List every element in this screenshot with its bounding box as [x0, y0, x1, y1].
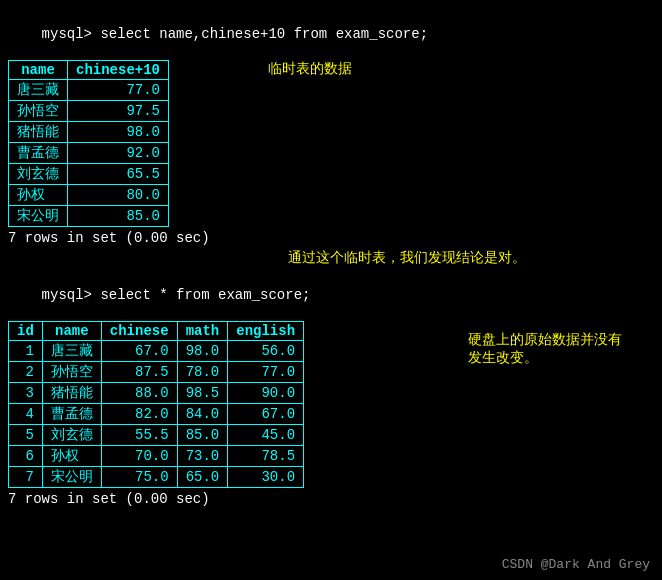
table2-col-name: name — [42, 322, 101, 341]
table-cell: 80.0 — [68, 185, 169, 206]
table-cell: 55.5 — [101, 425, 177, 446]
prompt-1: mysql> — [42, 26, 101, 42]
query-text-1: select name,chinese+10 from exam_score; — [100, 26, 428, 42]
annotation-conclusion: 通过这个临时表，我们发现结论是对。 — [288, 249, 526, 267]
table-cell: 67.0 — [101, 341, 177, 362]
table-cell: 4 — [9, 404, 43, 425]
query-text-2: select * from exam_score; — [100, 287, 310, 303]
table-cell: 88.0 — [101, 383, 177, 404]
rows-info-2: 7 rows in set (0.00 sec) — [8, 491, 654, 507]
table-row: 孙权80.0 — [9, 185, 169, 206]
table2-wrapper: id name chinese math english 1唐三藏67.098.… — [8, 321, 654, 488]
table-cell: 唐三藏 — [9, 80, 68, 101]
table-cell: 5 — [9, 425, 43, 446]
table-row: 孙悟空97.5 — [9, 101, 169, 122]
table-cell: 67.0 — [228, 404, 304, 425]
table1-wrapper: name chinese+10 唐三藏77.0孙悟空97.5猪悟能98.0曹孟德… — [8, 60, 654, 227]
table-cell: 唐三藏 — [42, 341, 101, 362]
table-cell: 82.0 — [101, 404, 177, 425]
table-cell: 猪悟能 — [9, 122, 68, 143]
table-cell: 曹孟德 — [9, 143, 68, 164]
table-cell: 45.0 — [228, 425, 304, 446]
table2-header-row: id name chinese math english — [9, 322, 304, 341]
result-table-2: id name chinese math english 1唐三藏67.098.… — [8, 321, 304, 488]
table-cell: 孙权 — [9, 185, 68, 206]
table-row: 3猪悟能88.098.590.0 — [9, 383, 304, 404]
table-cell: 刘玄德 — [9, 164, 68, 185]
table-cell: 7 — [9, 467, 43, 488]
table1-col-chinese10: chinese+10 — [68, 61, 169, 80]
table-cell: 曹孟德 — [42, 404, 101, 425]
table-cell: 孙悟空 — [9, 101, 68, 122]
table-cell: 56.0 — [228, 341, 304, 362]
rows-info-1: 7 rows in set (0.00 sec) — [8, 230, 654, 246]
prompt-2: mysql> — [42, 287, 101, 303]
table-row: 1唐三藏67.098.056.0 — [9, 341, 304, 362]
table-row: 刘玄德65.5 — [9, 164, 169, 185]
table-cell: 70.0 — [101, 446, 177, 467]
table-cell: 孙权 — [42, 446, 101, 467]
table-cell: 孙悟空 — [42, 362, 101, 383]
table-cell: 98.5 — [177, 383, 228, 404]
table-row: 猪悟能98.0 — [9, 122, 169, 143]
table-cell: 73.0 — [177, 446, 228, 467]
command-line-1: mysql> select name,chinese+10 from exam_… — [8, 10, 654, 58]
table-cell: 宋公明 — [9, 206, 68, 227]
table-row: 2孙悟空87.578.077.0 — [9, 362, 304, 383]
table-cell: 30.0 — [228, 467, 304, 488]
table-cell: 92.0 — [68, 143, 169, 164]
table-cell: 98.0 — [68, 122, 169, 143]
annotation-line1: 硬盘上的原始数据并没有 — [468, 331, 622, 349]
csdn-footer: CSDN @Dark And Grey — [502, 557, 650, 572]
table-cell: 90.0 — [228, 383, 304, 404]
table-cell: 1 — [9, 341, 43, 362]
table-cell: 87.5 — [101, 362, 177, 383]
table-row: 7宋公明75.065.030.0 — [9, 467, 304, 488]
table2-col-id: id — [9, 322, 43, 341]
table-cell: 刘玄德 — [42, 425, 101, 446]
result-table-1: name chinese+10 唐三藏77.0孙悟空97.5猪悟能98.0曹孟德… — [8, 60, 169, 227]
table2-col-chinese: chinese — [101, 322, 177, 341]
table-cell: 75.0 — [101, 467, 177, 488]
table-cell: 2 — [9, 362, 43, 383]
table-cell: 78.0 — [177, 362, 228, 383]
table-row: 5刘玄德55.585.045.0 — [9, 425, 304, 446]
table2-col-math: math — [177, 322, 228, 341]
terminal: mysql> select name,chinese+10 from exam_… — [0, 0, 662, 580]
annotation-conclusion-wrapper: 通过这个临时表，我们发现结论是对。 — [8, 249, 654, 269]
table-cell: 猪悟能 — [42, 383, 101, 404]
table-cell: 85.0 — [68, 206, 169, 227]
table-row: 4曹孟德82.084.067.0 — [9, 404, 304, 425]
annotation-line2: 发生改变。 — [468, 349, 622, 367]
annotation-temp-table: 临时表的数据 — [268, 60, 352, 78]
table-cell: 77.0 — [68, 80, 169, 101]
table-cell: 6 — [9, 446, 43, 467]
table-cell: 97.5 — [68, 101, 169, 122]
table-cell: 78.5 — [228, 446, 304, 467]
table-cell: 宋公明 — [42, 467, 101, 488]
table-row: 唐三藏77.0 — [9, 80, 169, 101]
table-cell: 3 — [9, 383, 43, 404]
table-cell: 65.0 — [177, 467, 228, 488]
table-cell: 65.5 — [68, 164, 169, 185]
table-cell: 84.0 — [177, 404, 228, 425]
annotation-original-data: 硬盘上的原始数据并没有 发生改变。 — [468, 331, 622, 367]
table1-header-row: name chinese+10 — [9, 61, 169, 80]
table1-col-name: name — [9, 61, 68, 80]
table-row: 曹孟德92.0 — [9, 143, 169, 164]
command-line-2: mysql> select * from exam_score; — [8, 271, 654, 319]
table-row: 6孙权70.073.078.5 — [9, 446, 304, 467]
table-cell: 77.0 — [228, 362, 304, 383]
table-row: 宋公明85.0 — [9, 206, 169, 227]
table-cell: 98.0 — [177, 341, 228, 362]
table2-col-english: english — [228, 322, 304, 341]
table-cell: 85.0 — [177, 425, 228, 446]
